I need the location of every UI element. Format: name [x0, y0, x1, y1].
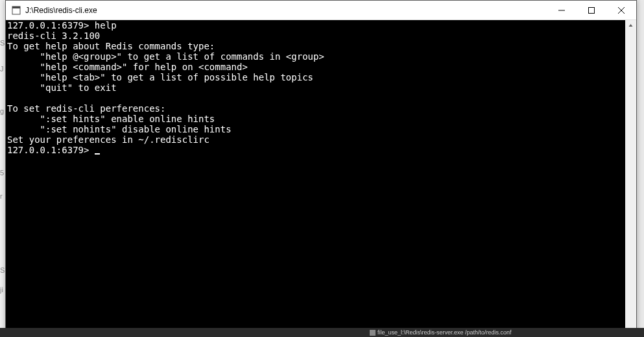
svg-rect-1: [12, 6, 20, 8]
background-strip: [637, 0, 644, 337]
taskbar-item-label: file_use_l:\Redis\redis-server.exe /path…: [377, 329, 512, 336]
app-icon: [11, 5, 21, 16]
window-controls: [547, 1, 636, 19]
close-button[interactable]: [606, 1, 636, 19]
taskbar[interactable]: file_use_l:\Redis\redis-server.exe /path…: [0, 328, 644, 337]
taskbar-app-icon: [370, 330, 376, 336]
scrollbar-up-arrow[interactable]: [625, 20, 636, 31]
taskbar-item[interactable]: file_use_l:\Redis\redis-server.exe /path…: [370, 329, 512, 336]
console-window: J:\Redis\redis-cli.exe 127.0.0.1:6379> h…: [5, 0, 637, 336]
console-output[interactable]: 127.0.0.1:6379> help redis-cli 3.2.100 T…: [6, 20, 625, 336]
vertical-scrollbar[interactable]: [625, 20, 636, 336]
left-edge-partial: S J g 5 r S ji: [0, 0, 5, 328]
svg-marker-6: [629, 24, 633, 27]
cursor: [95, 153, 100, 155]
titlebar[interactable]: J:\Redis\redis-cli.exe: [6, 1, 636, 20]
window-title: J:\Redis\redis-cli.exe: [25, 6, 547, 15]
minimize-button[interactable]: [547, 1, 577, 19]
console-client-area: 127.0.0.1:6379> help redis-cli 3.2.100 T…: [6, 20, 636, 336]
svg-rect-3: [589, 7, 595, 13]
maximize-button[interactable]: [577, 1, 606, 19]
